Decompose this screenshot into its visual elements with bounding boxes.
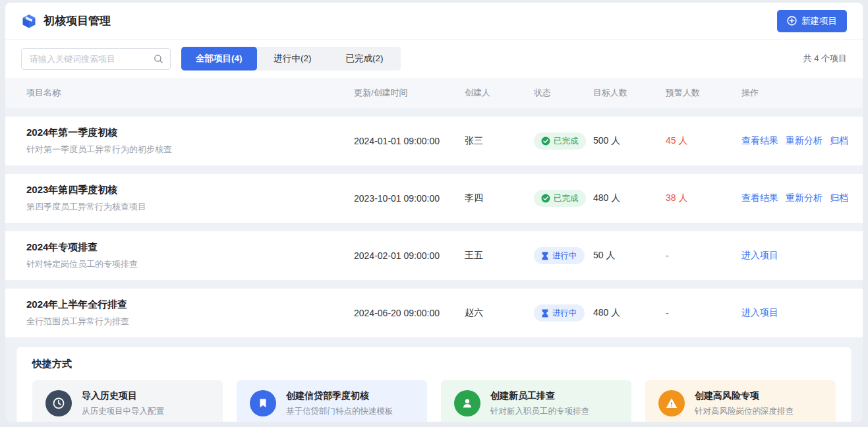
new-project-button[interactable]: 新建项目: [777, 10, 847, 32]
search-icon[interactable]: [154, 54, 163, 64]
project-time: 2024-06-20 09:00:00: [354, 308, 465, 318]
status-label: 进行中: [552, 308, 577, 319]
project-time: 2024-01-01 09:00:00: [354, 136, 465, 146]
enter-project-link[interactable]: 进入项目: [741, 307, 778, 319]
page-title: 初核项目管理: [43, 13, 111, 28]
warning-triangle-icon: [658, 390, 685, 416]
project-creator: 张三: [465, 135, 534, 147]
project-creator: 赵六: [465, 307, 534, 319]
target-count: 480 人: [593, 307, 666, 319]
project-creator: 王五: [465, 250, 534, 262]
shortcut-title: 导入历史项目: [82, 390, 164, 402]
shortcut-title: 创建信贷部季度初核: [286, 390, 393, 402]
plus-circle-icon: [787, 16, 797, 26]
status-label: 已完成: [554, 136, 579, 147]
status-label: 已完成: [554, 193, 579, 204]
shortcuts-title: 快捷方式: [32, 358, 836, 370]
project-time: 2023-10-01 09:00:00: [354, 193, 465, 204]
target-count: 50 人: [593, 250, 666, 262]
search-box[interactable]: [21, 48, 171, 70]
table-header-row: 项目名称 更新/创建时间 创建人 状态 目标人数 预警人数 操作: [5, 78, 863, 108]
project-name: 2024年第一季度初核: [26, 127, 354, 139]
project-desc: 针对特定岗位员工的专项排查: [26, 258, 354, 270]
hourglass-icon: [541, 252, 549, 260]
shortcut-desc: 基于信贷部门特点的快速模板: [286, 406, 393, 417]
warning-count: 45 人: [666, 135, 741, 147]
project-desc: 第四季度员工异常行为核查项目: [26, 201, 354, 213]
archive-link[interactable]: 归档: [830, 135, 848, 147]
col-header-status: 状态: [534, 87, 593, 99]
project-name: 2024年上半年全行排查: [26, 299, 354, 311]
archive-link[interactable]: 归档: [830, 192, 848, 204]
bookmark-icon: [250, 390, 276, 416]
project-desc: 全行范围员工异常行为排查: [26, 316, 354, 327]
status-badge: 已完成: [534, 190, 586, 207]
status-badge: 进行中: [534, 247, 585, 264]
clock-icon: [45, 390, 72, 416]
project-table: 项目名称 更新/创建时间 创建人 状态 目标人数 预警人数 操作 2024年第一…: [5, 78, 863, 337]
tab-completed[interactable]: 已完成(2): [329, 47, 401, 71]
check-circle-icon: [541, 136, 550, 146]
warning-count: -: [666, 250, 741, 261]
toolbar: 全部项目(4) 进行中(2) 已完成(2) 共 4 个项目: [5, 40, 863, 78]
col-header-creator: 创建人: [465, 87, 534, 99]
new-project-label: 新建项目: [801, 15, 837, 27]
col-header-actions: 操作: [741, 87, 847, 99]
col-header-time: 更新/创建时间: [354, 87, 465, 99]
reanalyze-link[interactable]: 重新分析: [786, 135, 823, 147]
table-row: 2024年专项排查 针对特定岗位员工的专项排查 2024-02-01 09:00…: [5, 231, 863, 280]
project-desc: 针对第一季度员工异常行为的初步核查: [26, 144, 354, 156]
shortcut-desc: 针对高风险岗位的深度排查: [695, 406, 794, 417]
table-row: 2024年第一季度初核 针对第一季度员工异常行为的初步核查 2024-01-01…: [5, 117, 863, 165]
check-circle-icon: [541, 194, 550, 203]
tab-all-projects[interactable]: 全部项目(4): [181, 47, 257, 71]
table-row: 2023年第四季度初核 第四季度员工异常行为核查项目 2023-10-01 09…: [5, 174, 863, 223]
warning-count: -: [666, 308, 741, 318]
shortcut-credit-dept-review[interactable]: 创建信贷部季度初核 基于信贷部门特点的快速模板: [237, 380, 427, 422]
shortcut-import-history[interactable]: 导入历史项目 从历史项目中导入配置: [32, 380, 223, 422]
person-icon: [454, 390, 480, 416]
shortcut-title: 创建新员工排查: [490, 390, 589, 402]
project-creator: 李四: [465, 192, 534, 204]
project-name: 2024年专项排查: [26, 241, 354, 254]
shortcuts-section: 快捷方式 导入历史项目 从历史项目中导入配置: [16, 346, 852, 422]
project-time: 2024-02-01 09:00:00: [354, 250, 465, 261]
shortcut-high-risk-special[interactable]: 创建高风险专项 针对高风险岗位的深度排查: [645, 380, 836, 422]
shortcut-desc: 针对新入职员工的专项排查: [490, 406, 589, 417]
status-badge: 已完成: [534, 132, 586, 150]
project-filter-tabs: 全部项目(4) 进行中(2) 已完成(2): [181, 47, 401, 71]
status-label: 进行中: [552, 250, 577, 262]
view-results-link[interactable]: 查看结果: [741, 135, 778, 147]
tab-in-progress[interactable]: 进行中(2): [257, 47, 329, 71]
hourglass-icon: [541, 309, 549, 318]
col-header-target: 目标人数: [593, 87, 666, 99]
col-header-name: 项目名称: [26, 87, 354, 99]
shortcut-desc: 从历史项目中导入配置: [82, 406, 164, 417]
reanalyze-link[interactable]: 重新分析: [786, 192, 823, 204]
main-panel: 初核项目管理 新建项目 全部项目(4) 进行中(2): [5, 3, 863, 422]
target-count: 480 人: [593, 192, 666, 204]
shortcut-title: 创建高风险专项: [695, 390, 794, 402]
col-header-warning: 预警人数: [666, 87, 741, 99]
project-name: 2023年第四季度初核: [26, 184, 354, 196]
status-badge: 进行中: [534, 304, 585, 322]
target-count: 500 人: [593, 135, 666, 147]
page-header: 初核项目管理 新建项目: [5, 3, 863, 40]
shortcut-new-employee-screening[interactable]: 创建新员工排查 针对新入职员工的专项排查: [441, 380, 631, 422]
view-results-link[interactable]: 查看结果: [741, 192, 778, 204]
warning-count: 38 人: [666, 192, 741, 204]
table-row: 2024年上半年全行排查 全行范围员工异常行为排查 2024-06-20 09:…: [5, 289, 863, 337]
search-input[interactable]: [30, 54, 154, 64]
project-count-text: 共 4 个项目: [803, 53, 847, 65]
app-cube-icon: [21, 13, 37, 29]
enter-project-link[interactable]: 进入项目: [741, 250, 778, 262]
